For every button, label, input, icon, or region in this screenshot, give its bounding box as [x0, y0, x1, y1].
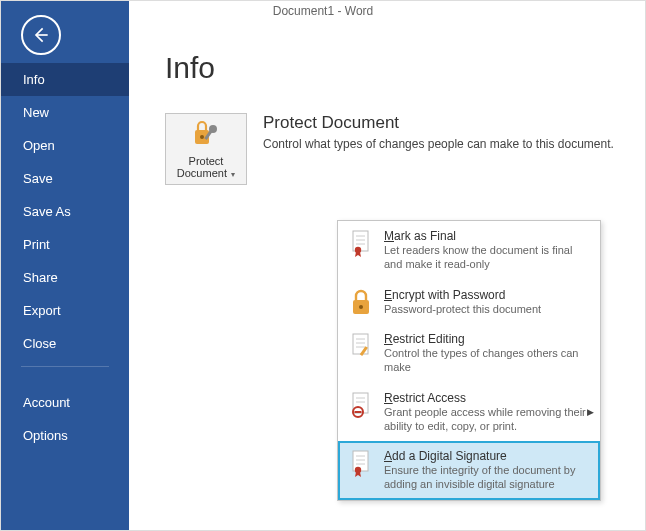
menu-add-digital-signature[interactable]: Add a Digital SignatureEnsure the integr… — [338, 441, 600, 500]
window: Document1 - Word InfoNewOpenSaveSave AsP… — [0, 0, 646, 531]
back-button[interactable] — [21, 15, 61, 55]
arrow-left-icon — [31, 25, 51, 45]
lock-icon — [348, 288, 374, 316]
menu-item-desc: Ensure the integrity of the document by … — [384, 464, 590, 492]
svg-rect-4 — [353, 231, 368, 251]
menu-item-text: Encrypt with PasswordPassword-protect th… — [384, 288, 590, 317]
menu-mark-as-final[interactable]: Mark as FinalLet readers know the docume… — [338, 221, 600, 280]
svg-rect-16 — [353, 393, 368, 413]
protect-section: Protect Document ▾ Protect Document Cont… — [165, 113, 619, 185]
sidebar-item-print[interactable]: Print — [1, 228, 129, 261]
menu-item-desc: Control the types of changes others can … — [384, 347, 590, 375]
menu-item-desc: Grant people access while removing their… — [384, 406, 590, 434]
doc-pencil-icon — [348, 332, 374, 360]
sidebar-item-save-as[interactable]: Save As — [1, 195, 129, 228]
menu-item-desc: Password-protect this document — [384, 303, 590, 317]
sidebar-item-open[interactable]: Open — [1, 129, 129, 162]
menu-restrict-access[interactable]: Restrict AccessGrant people access while… — [338, 383, 600, 442]
doc-ribbon-icon — [348, 449, 374, 477]
page-title: Info — [165, 51, 619, 85]
sidebar-menu: InfoNewOpenSaveSave AsPrintShareExportCl… — [1, 63, 129, 360]
sidebar-item-share[interactable]: Share — [1, 261, 129, 294]
menu-encrypt-with-password[interactable]: Encrypt with PasswordPassword-protect th… — [338, 280, 600, 325]
protect-button-label: Protect Document ▾ — [166, 155, 246, 180]
menu-item-title: Mark as Final — [384, 229, 590, 243]
main-area: Info Protect Document ▾ Protect Document… — [129, 1, 645, 530]
sidebar-item-account[interactable]: Account — [1, 386, 129, 419]
protect-desc-text: Control what types of changes people can… — [263, 137, 614, 151]
menu-item-title: Restrict Editing — [384, 332, 590, 346]
menu-item-title: Add a Digital Signature — [384, 449, 590, 463]
menu-item-title: Restrict Access — [384, 391, 590, 405]
svg-point-1 — [200, 135, 204, 139]
menu-item-title: Encrypt with Password — [384, 288, 590, 302]
protect-heading: Protect Document — [263, 113, 614, 133]
svg-rect-11 — [353, 334, 368, 354]
protect-description: Protect Document Control what types of c… — [263, 113, 614, 151]
sidebar: InfoNewOpenSaveSave AsPrintShareExportCl… — [1, 1, 129, 530]
svg-point-10 — [359, 305, 363, 309]
doc-ribbon-icon — [348, 229, 374, 257]
sidebar-item-options[interactable]: Options — [1, 419, 129, 452]
sidebar-item-new[interactable]: New — [1, 96, 129, 129]
sidebar-item-info[interactable]: Info — [1, 63, 129, 96]
protect-document-button[interactable]: Protect Document ▾ — [165, 113, 247, 185]
menu-item-text: Mark as FinalLet readers know the docume… — [384, 229, 590, 272]
sidebar-item-close[interactable]: Close — [1, 327, 129, 360]
svg-rect-21 — [353, 451, 368, 471]
chevron-right-icon: ▶ — [587, 407, 594, 417]
sidebar-item-save[interactable]: Save — [1, 162, 129, 195]
menu-item-text: Restrict EditingControl the types of cha… — [384, 332, 590, 375]
menu-restrict-editing[interactable]: Restrict EditingControl the types of cha… — [338, 324, 600, 383]
doc-nosign-icon — [348, 391, 374, 419]
menu-item-desc: Let readers know the document is final a… — [384, 244, 590, 272]
lock-key-icon — [190, 118, 222, 151]
menu-item-text: Add a Digital SignatureEnsure the integr… — [384, 449, 590, 492]
sidebar-menu-bottom: AccountOptions — [1, 386, 129, 452]
menu-item-text: Restrict AccessGrant people access while… — [384, 391, 590, 434]
sidebar-divider — [21, 366, 109, 386]
chevron-down-icon: ▾ — [229, 170, 235, 179]
sidebar-item-export[interactable]: Export — [1, 294, 129, 327]
protect-document-dropdown: Mark as FinalLet readers know the docume… — [337, 220, 601, 501]
